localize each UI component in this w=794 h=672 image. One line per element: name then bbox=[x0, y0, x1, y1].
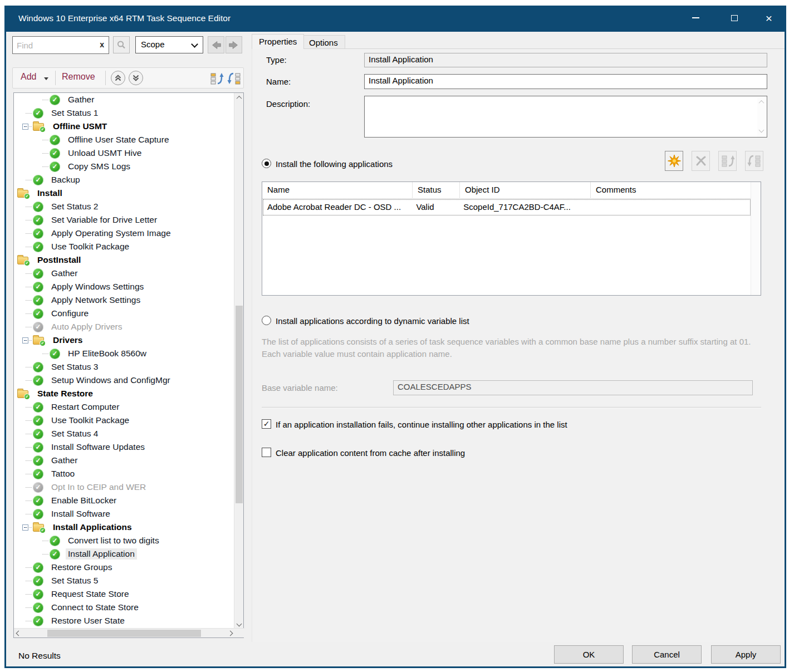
tree-item[interactable]: ✓Opt In to CEIP and WER bbox=[14, 480, 234, 494]
tree-item-label: Install Application bbox=[66, 548, 137, 560]
folder-check-badge-icon: ✓ bbox=[40, 126, 46, 133]
tree-vertical-scrollbar[interactable] bbox=[234, 93, 243, 629]
tree-item[interactable]: ✓HP EliteBook 8560w bbox=[14, 347, 234, 360]
add-button[interactable]: Add bbox=[21, 72, 36, 82]
tree-item[interactable]: ✓Apply Operating System Image bbox=[14, 227, 234, 240]
remove-button[interactable]: Remove bbox=[62, 72, 95, 82]
add-dropdown-caret-icon[interactable] bbox=[44, 77, 48, 80]
promote-item-button[interactable] bbox=[209, 71, 224, 86]
tree-group[interactable]: ✓State Restore bbox=[14, 387, 234, 400]
green-check-icon: ✓ bbox=[33, 175, 43, 185]
close-button[interactable]: × bbox=[756, 6, 782, 30]
radio-dynamic-variable-list[interactable] bbox=[262, 316, 271, 325]
tree-item[interactable]: ✓Set Status 3 bbox=[14, 360, 234, 374]
tree-group[interactable]: ✓Offline USMT bbox=[14, 120, 234, 133]
tab-properties[interactable]: Properties bbox=[252, 34, 304, 49]
scroll-down-arrow-icon[interactable] bbox=[234, 619, 244, 629]
tree-item[interactable]: ✓Gather bbox=[14, 93, 234, 106]
tree-item[interactable]: ✓Enable BitLocker bbox=[14, 494, 234, 507]
tree-group[interactable]: ✓PostInstall bbox=[14, 253, 234, 267]
ok-button[interactable]: OK bbox=[554, 645, 624, 664]
scroll-down-arrow-icon[interactable] bbox=[759, 127, 764, 133]
find-previous-button[interactable] bbox=[208, 36, 224, 53]
tree-item[interactable]: ✓Restore Groups bbox=[14, 561, 234, 574]
find-input[interactable] bbox=[17, 40, 95, 51]
scroll-right-arrow-icon[interactable] bbox=[226, 629, 235, 638]
vertical-scroll-thumb[interactable] bbox=[236, 306, 243, 503]
cancel-button[interactable]: Cancel bbox=[632, 645, 702, 664]
tree-item[interactable]: ✓Use Toolkit Package bbox=[14, 414, 234, 427]
tab-options[interactable]: Options bbox=[302, 35, 345, 49]
find-next-button[interactable] bbox=[226, 36, 242, 53]
green-check-icon: ✓ bbox=[33, 576, 43, 586]
type-label: Type: bbox=[266, 55, 287, 65]
tree-item[interactable]: ✓Unload USMT Hive bbox=[14, 146, 234, 160]
continue-on-fail-checkbox[interactable]: ✓ bbox=[262, 419, 271, 429]
scroll-left-arrow-icon[interactable] bbox=[14, 629, 23, 638]
clear-cache-checkbox[interactable] bbox=[262, 448, 271, 457]
move-step-down-button[interactable] bbox=[129, 71, 143, 85]
column-header[interactable]: Comments bbox=[591, 182, 751, 199]
toolbar-separator bbox=[105, 71, 106, 85]
tree-item[interactable]: ✓Tattoo bbox=[14, 467, 234, 480]
minimize-button[interactable] bbox=[683, 6, 708, 30]
tree-item[interactable]: ✓Offline User State Capture bbox=[14, 133, 234, 146]
tree-item[interactable]: ✓Set Status 4 bbox=[14, 427, 234, 440]
tree-item[interactable]: ✓Install Software Updates bbox=[14, 440, 234, 454]
tree-item[interactable]: ✓Apply Windows Settings bbox=[14, 280, 234, 293]
tree-item[interactable]: ✓Set Status 5 bbox=[14, 574, 234, 587]
tree-item-label: State Restore bbox=[35, 388, 95, 399]
scroll-up-arrow-icon[interactable] bbox=[234, 93, 244, 102]
tree-item[interactable]: ✓Set Status 1 bbox=[14, 106, 234, 120]
move-step-up-button[interactable] bbox=[111, 71, 125, 85]
demote-item-button[interactable] bbox=[227, 71, 242, 86]
green-check-icon: ✓ bbox=[33, 108, 43, 119]
green-check-icon: ✓ bbox=[50, 161, 60, 172]
move-application-down-button[interactable] bbox=[745, 151, 763, 171]
tree-group[interactable]: ✓Install bbox=[14, 187, 234, 200]
add-application-button[interactable] bbox=[665, 151, 683, 171]
move-application-up-button[interactable] bbox=[718, 151, 737, 171]
name-field[interactable]: Install Application bbox=[364, 74, 767, 89]
column-header[interactable]: Object ID bbox=[460, 182, 591, 199]
task-sequence-editor-window: Windows 10 Enterprise x64 RTM Task Seque… bbox=[4, 6, 786, 668]
horizontal-scroll-thumb[interactable] bbox=[47, 630, 201, 637]
tree-item[interactable]: ✓Use Toolkit Package bbox=[14, 240, 234, 253]
find-clear-button[interactable]: x bbox=[100, 40, 104, 49]
tree-item[interactable]: ✓Restart Computer bbox=[14, 400, 234, 414]
tree-item[interactable]: ✓Install Software bbox=[14, 507, 234, 521]
tree-item[interactable]: ✓Apply Network Settings bbox=[14, 293, 234, 307]
close-icon: × bbox=[766, 12, 772, 24]
apply-button[interactable]: Apply bbox=[711, 645, 781, 664]
application-row[interactable]: Adobe Acrobat Reader DC - OSD ...ValidSc… bbox=[263, 200, 750, 215]
tree-item[interactable]: ✓Backup bbox=[14, 173, 234, 187]
folder-check-badge-icon: ✓ bbox=[40, 340, 46, 346]
tree-item[interactable]: ✓Request State Store bbox=[14, 587, 234, 601]
radio-install-following-applications[interactable] bbox=[262, 159, 271, 168]
tree-item[interactable]: ✓Set Status 2 bbox=[14, 200, 234, 213]
tree-group[interactable]: ✓Drivers bbox=[14, 333, 234, 347]
description-scrollbar[interactable] bbox=[757, 97, 766, 136]
scroll-up-arrow-icon[interactable] bbox=[759, 100, 764, 106]
tree-item[interactable]: ✓Restore User State bbox=[14, 614, 234, 627]
description-field[interactable] bbox=[364, 96, 767, 138]
tree-group[interactable]: ✓Install Applications bbox=[14, 521, 234, 534]
tree-item[interactable]: ✓Convert list to two digits bbox=[14, 534, 234, 547]
tree-connector-line bbox=[26, 287, 32, 287]
tree-item[interactable]: ✓Install Application bbox=[14, 547, 234, 561]
tree-item[interactable]: ✓Configure bbox=[14, 307, 234, 320]
search-button[interactable] bbox=[113, 36, 130, 53]
column-header[interactable]: Name bbox=[262, 182, 413, 199]
tree-item[interactable]: ✓Setup Windows and ConfigMgr bbox=[14, 374, 234, 387]
tree-item[interactable]: ✓Connect to State Store bbox=[14, 601, 234, 614]
tree-item[interactable]: ✓Gather bbox=[14, 454, 234, 467]
scope-dropdown[interactable]: Scope bbox=[135, 36, 203, 53]
tree-horizontal-scrollbar[interactable] bbox=[14, 628, 244, 637]
tree-item[interactable]: ✓Auto Apply Drivers bbox=[14, 320, 234, 333]
maximize-button[interactable] bbox=[722, 6, 747, 30]
tree-item[interactable]: ✓Set Variable for Drive Letter bbox=[14, 213, 234, 227]
tree-item[interactable]: ✓Copy SMS Logs bbox=[14, 160, 234, 173]
tree-item[interactable]: ✓Gather bbox=[14, 267, 234, 280]
column-header[interactable]: Status bbox=[413, 182, 460, 199]
delete-application-button[interactable] bbox=[692, 151, 710, 171]
